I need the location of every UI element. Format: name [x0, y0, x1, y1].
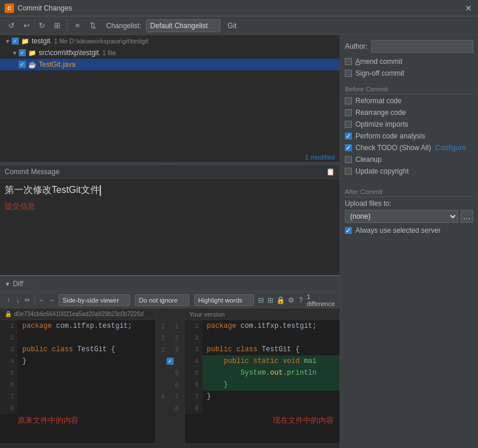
checkbox-1[interactable]: ✓ — [19, 49, 26, 56]
reformat-checkbox[interactable] — [345, 97, 352, 104]
close-button[interactable]: ✕ — [464, 4, 473, 13]
diff-accept-checkbox[interactable]: ✓ — [167, 358, 174, 365]
tree-item-testgit[interactable]: ▼ ✓ 📁 testgit 1 file D:\ideaworkspace\gi… — [0, 35, 340, 47]
tree-item-testgit-java[interactable]: ✓ ☕ TestGit.java — [0, 59, 340, 70]
filename-1: src\com\itfxp\testgit — [39, 49, 99, 57]
diff-right-line-7: 7 } — [185, 391, 340, 402]
checkbox-0[interactable]: ✓ — [12, 38, 19, 45]
checktodo-label: Check TODO (Show All) Configure — [355, 144, 466, 152]
left-linecontent-7 — [18, 391, 155, 402]
commit-msg-label: Commit Message — [5, 168, 59, 176]
diff-edit-btn[interactable]: ✏ — [24, 294, 31, 306]
author-input[interactable] — [371, 40, 473, 53]
left-linecontent-5 — [18, 367, 155, 379]
left-linenum-1: 1 — [0, 320, 18, 332]
diff-right-line-4: 4 public static void mai — [185, 355, 340, 367]
diff-arrow: ▼ — [5, 281, 11, 287]
diff-scrollbar[interactable] — [0, 443, 340, 448]
optimize-row: Optimize imports — [345, 120, 473, 128]
checktodo-text: Check TODO (Show All) — [355, 144, 431, 152]
right-annotation: 现在文件中的内容 — [273, 415, 334, 426]
diff-up-btn[interactable]: ↑ — [5, 294, 12, 306]
diff-down-btn[interactable]: ↓ — [14, 294, 21, 306]
divider-check-4[interactable]: ✓ — [156, 355, 184, 367]
right-linenum-4: 4 — [185, 355, 202, 367]
refresh-button[interactable]: ↺ — [5, 19, 18, 32]
commit-msg-header: Commit Message 📋 — [0, 165, 340, 179]
title-bar: C Commit Changes ✕ — [0, 0, 478, 16]
commit-header-icon[interactable]: 📋 — [326, 168, 335, 176]
signoff-commit-row: Sign-off commit — [345, 69, 473, 77]
checkbox-2[interactable]: ✓ — [19, 61, 26, 68]
right-linenum-8: 8 — [185, 402, 202, 414]
diff-expand-btn[interactable]: ⊞ — [267, 294, 274, 306]
upload-extra-btn[interactable]: … — [460, 210, 473, 223]
diff-sep-1 — [35, 296, 35, 305]
cleanup-checkbox[interactable] — [345, 156, 352, 163]
signoff-commit-label: Sign-off commit — [355, 69, 404, 77]
left-panel: ▼ ✓ 📁 testgit 1 file D:\ideaworkspace\gi… — [0, 35, 340, 448]
divider-line-3: 3 3 — [156, 344, 184, 355]
div-l7: 4 — [156, 391, 170, 402]
diff-right-header: Your version — [185, 308, 340, 320]
div-l3: 3 — [156, 344, 170, 355]
rearrange-checkbox[interactable] — [345, 109, 352, 116]
commit-text-area[interactable]: 第一次修改TestGit文件 提交信息 — [0, 179, 340, 275]
diff-title[interactable]: ▼ Diff — [5, 280, 23, 288]
left-linecontent-1: package com.itfxp.testgit; — [18, 320, 155, 332]
optimize-checkbox[interactable] — [345, 121, 352, 128]
div-num-r — [170, 308, 184, 320]
left-linenum-4: 4 — [0, 355, 18, 367]
main-container: ▼ ✓ 📁 testgit 1 file D:\ideaworkspace\gi… — [0, 35, 478, 448]
diff-right-line-6: 6 } — [185, 379, 340, 391]
commit-message-content: 第一次修改TestGit文件 — [5, 185, 100, 195]
left-linecontent-4: } — [18, 355, 155, 367]
signoff-commit-checkbox[interactable] — [345, 70, 352, 77]
diff-collapse-btn[interactable]: ⊟ — [257, 294, 265, 306]
upload-select[interactable]: (none) — [345, 210, 458, 223]
commit-area: Commit Message 📋 第一次修改TestGit文件 提交信息 — [0, 165, 340, 275]
redo-button[interactable]: ↻ — [35, 19, 48, 32]
perform-checkbox[interactable]: ✓ — [345, 133, 352, 140]
diff-forward-btn[interactable]: → — [48, 294, 55, 306]
left-annotation-text: 原来文件中的内容 — [18, 416, 79, 425]
divider-line-6: 6 — [156, 379, 184, 391]
sort-button[interactable]: ⇅ — [86, 19, 99, 32]
diff-right-line-5: 5 System.out.println — [185, 367, 340, 379]
diff-resizer: · · · · · — [28, 281, 40, 287]
changelist-select[interactable]: Default Changelist — [146, 19, 221, 32]
always-checkbox[interactable]: ✓ — [345, 227, 352, 234]
grid-button[interactable]: ⊞ — [50, 19, 63, 32]
diff-lock-btn[interactable]: 🔒 — [276, 294, 285, 306]
amend-commit-checkbox[interactable] — [345, 58, 352, 65]
amend-commit-row: AAmend commitmend commit — [345, 57, 473, 66]
ignore-select[interactable]: Do not ignore — [135, 294, 189, 306]
upload-row: (none) … — [345, 210, 473, 223]
diff-left-header: 🔒 d0e734cb6c66410021ea5ad20a929b23c0b722… — [0, 308, 155, 320]
diff-label: Diff — [13, 280, 23, 288]
cleanup-row: Cleanup — [345, 155, 473, 164]
right-linecontent-2 — [202, 332, 340, 344]
checktodo-checkbox[interactable]: ✓ — [345, 144, 352, 151]
copyright-checkbox[interactable] — [345, 168, 352, 175]
diff-left-line-2: 2 — [0, 332, 155, 344]
right-linecontent-8 — [202, 402, 340, 414]
viewer-select[interactable]: Side-by-side viewer — [59, 294, 130, 306]
diff-back-btn[interactable]: ← — [38, 294, 45, 306]
div-l6 — [156, 379, 170, 391]
amend-commit-label: AAmend commitmend commit — [355, 57, 402, 66]
toolbar: ↺ ↩ ↻ ⊞ ≡ ⇅ Changelist: Default Changeli… — [0, 16, 478, 35]
right-linecontent-6: } — [202, 379, 340, 391]
div-r5: 5 — [170, 367, 184, 379]
undo-button[interactable]: ↩ — [20, 19, 33, 32]
highlight-select[interactable]: Highlight words — [194, 294, 254, 306]
list-button[interactable]: ≡ — [71, 19, 84, 32]
configure-link[interactable]: Configure — [435, 144, 466, 152]
div-r1: 1 — [170, 320, 184, 332]
diff-help-btn[interactable]: ? — [297, 294, 304, 306]
folder-icon-0: 📁 — [21, 38, 29, 45]
commit-hint: 提交信息 — [5, 201, 335, 212]
java-icon-2: ☕ — [28, 61, 36, 69]
diff-settings-btn[interactable]: ⚙ — [287, 294, 294, 306]
tree-item-src[interactable]: ▼ ✓ 📁 src\com\itfxp\testgit 1 file — [0, 47, 340, 59]
